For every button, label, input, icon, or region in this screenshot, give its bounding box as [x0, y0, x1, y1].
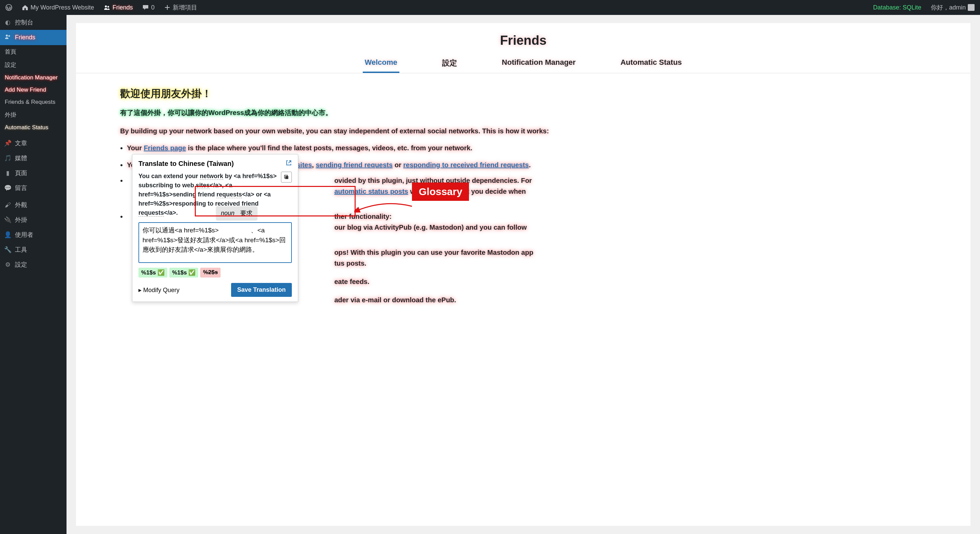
admin-bar: My WordPress Website Friends 0 新增項目 Data… [0, 0, 980, 15]
menu-appearance[interactable]: 🖌外觀 [0, 197, 67, 212]
svg-point-1 [105, 5, 107, 8]
placeholder-tokens: %1$s ✅ %1$s ✅ %2$s [138, 268, 292, 278]
bullet-friends-page: Your Friends page is the place where you… [127, 143, 926, 153]
adminbar-comments[interactable]: 0 [140, 0, 157, 15]
tab-automatic-status[interactable]: Automatic Status [618, 55, 684, 73]
home-icon [22, 4, 29, 11]
glossary-pos: noun [221, 210, 234, 216]
submenu-notification-manager[interactable]: Notification Manager [0, 72, 67, 84]
page-title: Friends [76, 23, 970, 48]
tab-bar: Welcome 設定 Notification Manager Automati… [76, 55, 970, 73]
translate-popup: Translate to Chinese (Taiwan) You can ex… [132, 154, 298, 302]
page-icon: ▮ [4, 169, 11, 177]
link-friends-page[interactable]: Friends page [144, 144, 186, 152]
tab-notification-manager[interactable]: Notification Manager [500, 55, 578, 73]
main-content: Friends Welcome 設定 Notification Manager … [67, 15, 980, 534]
plus-icon [164, 4, 171, 11]
svg-point-2 [108, 6, 109, 8]
menu-plugins[interactable]: 🔌外掛 [0, 212, 67, 227]
friends-panel: Friends Welcome 設定 Notification Manager … [76, 23, 970, 526]
submenu-home[interactable]: 首頁 [0, 45, 67, 58]
link-responding-requests[interactable]: responding to received friend requests [403, 161, 529, 168]
svg-point-4 [8, 35, 10, 37]
comment-icon: 💬 [4, 184, 11, 192]
copy-icon [284, 174, 289, 180]
token-ok-2[interactable]: %1$s ✅ [169, 268, 198, 278]
popup-title: Translate to Chinese (Taiwan) [138, 160, 234, 168]
welcome-heading: 歡迎使用朋友外掛！ [120, 87, 926, 101]
tab-settings[interactable]: 設定 [440, 55, 459, 73]
menu-settings[interactable]: ⚙設定 [0, 257, 67, 272]
glossary-tooltip: noun 要求 [216, 206, 257, 220]
submenu-plugin[interactable]: 外掛 [0, 108, 67, 121]
menu-pages[interactable]: ▮頁面 [0, 165, 67, 181]
glossary-term: 要求 [240, 210, 253, 216]
link-automatic-status-posts[interactable]: automatic status posts [334, 188, 408, 195]
friends-icon [4, 33, 11, 42]
comment-icon [142, 4, 149, 11]
open-external-icon[interactable] [286, 160, 292, 168]
token-missing[interactable]: %2$s [200, 268, 220, 278]
site-link[interactable]: My WordPress Website [19, 0, 97, 15]
menu-posts[interactable]: 📌文章 [0, 136, 67, 151]
dashboard-icon: ◐ [4, 19, 11, 26]
submenu-automatic-status[interactable]: Automatic Status [0, 121, 67, 134]
menu-media[interactable]: 🎵媒體 [0, 151, 67, 165]
svg-rect-5 [285, 176, 288, 179]
wrench-icon: 🔧 [4, 246, 11, 253]
save-translation-button[interactable]: Save Translation [231, 283, 292, 297]
welcome-intro: 有了這個外掛，你可以讓你的WordPress成為你的網絡活動的中心市。 [120, 108, 926, 118]
user-greeting[interactable]: 你好，admin [928, 0, 977, 15]
menu-comments[interactable]: 💬留言 [0, 181, 67, 195]
submenu-friends-requests[interactable]: Friends & Requests [0, 96, 67, 108]
submenu-settings[interactable]: 設定 [0, 58, 67, 72]
plugin-icon: 🔌 [4, 216, 11, 224]
wordpress-icon [5, 4, 12, 11]
adminbar-friends[interactable]: Friends [101, 0, 135, 15]
user-icon: 👤 [4, 231, 11, 238]
token-ok-1[interactable]: %1$s ✅ [138, 268, 167, 278]
welcome-p1: By building up your network based on you… [120, 126, 926, 137]
adminbar-new[interactable]: 新增項目 [161, 0, 200, 15]
media-icon: 🎵 [4, 154, 11, 162]
modify-query-toggle[interactable]: ▸ Modify Query [138, 286, 180, 294]
menu-users[interactable]: 👤使用者 [0, 227, 67, 242]
wp-logo[interactable] [3, 0, 15, 15]
link-sending-friend-requests[interactable]: sending friend requests [316, 161, 393, 168]
site-name: My WordPress Website [30, 4, 94, 11]
svg-point-3 [6, 35, 8, 37]
friends-icon [103, 4, 110, 11]
tab-welcome[interactable]: Welcome [363, 55, 399, 73]
copy-button[interactable] [281, 172, 292, 183]
translation-textarea[interactable] [138, 222, 292, 263]
database-indicator[interactable]: Database: SQLite [870, 0, 924, 15]
pin-icon: 📌 [4, 140, 11, 147]
brush-icon: 🖌 [4, 202, 11, 209]
submenu-add-new-friend[interactable]: Add New Friend [0, 84, 67, 96]
admin-sidebar: ◐ 控制台 Friends 首頁 設定 Notification Manager… [0, 15, 67, 534]
menu-dashboard[interactable]: ◐ 控制台 [0, 15, 67, 30]
settings-icon: ⚙ [4, 261, 11, 269]
menu-friends[interactable]: Friends [0, 30, 67, 45]
menu-tools[interactable]: 🔧工具 [0, 242, 67, 257]
avatar [968, 4, 975, 11]
